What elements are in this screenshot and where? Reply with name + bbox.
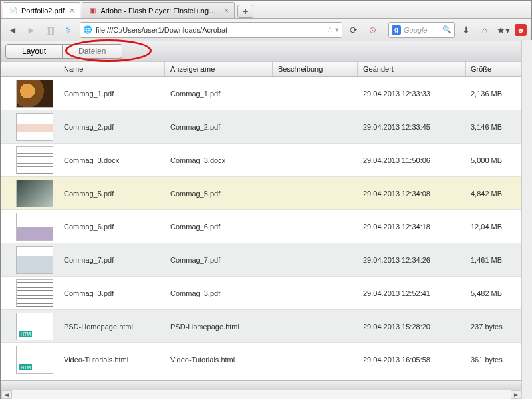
scroll-left-icon[interactable]: ◄ [1,390,12,399]
browser-tab-active[interactable]: 📄 Portfolio2.pdf × [3,2,80,18]
flash-icon: ▣ [88,6,97,15]
downloads-button[interactable]: ⬇ [459,23,473,37]
search-icon[interactable]: 🔍 [442,25,452,34]
cell-name: Commag_3.docx [59,154,165,167]
pdf-icon: 📄 [9,6,18,15]
browser-tab-inactive[interactable]: ▣ Adobe - Flash Player: Einstellungsma..… [82,2,235,18]
healthreport-icon[interactable]: ⚕ [61,23,76,37]
col-modified[interactable]: Geändert [358,62,466,76]
cell-modified: 29.04.2013 12:34:26 [358,253,466,267]
cell-description [273,291,358,296]
thumbnail [16,346,53,374]
thumbnail [16,279,53,307]
cell-modified: 29.04.2013 16:05:58 [358,353,466,366]
table-row[interactable]: Commag_3.pdfCommag_3.pdf29.04.2013 12:52… [1,277,531,310]
cell-name: Commag_3.pdf [59,287,165,300]
new-tab-button[interactable]: + [237,5,253,18]
cell-description [273,257,358,263]
thumbnail [16,313,53,340]
cell-modified: 29.04.2013 12:34:08 [358,187,466,200]
adblock-icon[interactable]: ☻ [515,24,527,36]
browser-tab-bar: 📄 Portfolio2.pdf × ▣ Adobe - Flash Playe… [1,1,531,19]
noscript-icon[interactable]: ⦸ [365,23,380,37]
cell-display: Commag_5.pdf [165,187,273,200]
scroll-track[interactable] [12,390,511,399]
cell-description [273,191,358,196]
close-icon[interactable]: × [224,5,229,15]
browser-toolbar: ◄ ► ▥ ⚕ 🌐 file:///C:/Users/user1/Downloa… [1,19,531,41]
cell-name: Commag_2.pdf [59,120,165,134]
cell-name: Video-Tutorials.html [59,353,165,366]
url-text: file:///C:/Users/user1/Downloads/Acrobat [96,26,227,34]
history-icon[interactable]: ▥ [43,23,57,37]
cell-modified: 29.04.2013 12:33:33 [358,87,466,100]
star-icon[interactable]: ☆ [327,25,333,34]
status-bar [1,380,521,390]
table-row[interactable]: Commag_7.pdfCommag_7.pdf29.04.2013 12:34… [1,243,531,277]
scroll-right-icon[interactable]: ► [511,390,521,399]
cell-description [273,357,358,362]
col-name[interactable]: Name [59,62,165,76]
cell-description [273,224,358,229]
thumbnail [16,146,53,174]
cell-modified: 29.04.2013 15:28:20 [358,320,466,333]
cell-display: Video-Tutorials.html [165,353,273,366]
table-row[interactable]: PSD-Homepage.htmlPSD-Homepage.html29.04.… [1,310,531,343]
tab-layout[interactable]: Layout [5,44,63,59]
col-description[interactable]: Beschreibung [273,62,358,76]
search-placeholder: Google [404,26,427,34]
cell-display: Commag_1.pdf [165,87,273,100]
col-thumb[interactable] [1,62,59,76]
cell-description [273,124,358,130]
url-input[interactable]: 🌐 file:///C:/Users/user1/Downloads/Acrob… [80,22,342,38]
cell-display: PSD-Homepage.html [165,320,273,333]
google-icon: g [392,25,401,35]
cell-modified: 29.04.2013 12:34:18 [358,220,466,233]
table-row[interactable]: Video-Tutorials.htmlVideo-Tutorials.html… [1,343,531,376]
cell-description [273,91,358,96]
tab-files[interactable]: Dateien [63,44,122,59]
cell-modified: 29.04.2013 12:33:45 [358,120,466,134]
search-input[interactable]: g Google 🔍 [388,22,455,38]
cell-name: PSD-Homepage.html [59,320,165,333]
cell-display: Commag_2.pdf [165,120,273,134]
close-icon[interactable]: × [70,5,75,15]
cell-modified: 29.04.2013 11:50:06 [358,154,466,167]
reload-button[interactable]: ⟳ [346,23,361,37]
home-button[interactable]: ⌂ [477,23,492,37]
horizontal-scrollbar[interactable]: ◄ ► [1,390,521,399]
bookmarks-button[interactable]: ★▾ [496,23,511,37]
table-row[interactable]: Commag_3.docxCommag_3.docx29.04.2013 11:… [1,144,531,177]
dropdown-icon[interactable]: ▾ [335,25,339,34]
table-row[interactable]: Commag_5.pdfCommag_5.pdf29.04.2013 12:34… [1,177,531,210]
cell-display: Commag_6.pdf [165,220,273,233]
thumbnail [16,180,53,207]
thumbnail [16,246,53,274]
back-button[interactable]: ◄ [5,23,20,37]
cell-description [273,324,358,329]
table-row[interactable]: Commag_2.pdfCommag_2.pdf29.04.2013 12:33… [1,110,531,144]
cell-display: Commag_3.docx [165,154,273,167]
cell-name: Commag_1.pdf [59,87,165,100]
tab-title: Adobe - Flash Player: Einstellungsma... [100,7,218,15]
cell-display: Commag_3.pdf [165,287,273,300]
globe-icon: 🌐 [83,25,92,34]
cell-name: Commag_5.pdf [59,187,165,200]
thumbnail [16,80,53,108]
thumbnail [16,213,53,241]
tab-title: Portfolio2.pdf [21,7,65,15]
forward-button[interactable]: ► [24,23,39,37]
grid-header: Name Anzeigename Beschreibung Geändert G… [1,61,531,77]
cell-description [273,158,358,163]
cell-display: Commag_7.pdf [165,253,273,267]
cell-name: Commag_7.pdf [59,253,165,267]
vertical-scrollbar[interactable] [521,40,532,399]
col-display[interactable]: Anzeigename [165,62,273,76]
portfolio-tabs: Layout Dateien [1,41,531,61]
thumbnail [16,113,53,141]
table-row[interactable]: Commag_6.pdfCommag_6.pdf29.04.2013 12:34… [1,210,531,243]
cell-name: Commag_6.pdf [59,220,165,233]
table-row[interactable]: Commag_1.pdfCommag_1.pdf29.04.2013 12:33… [1,77,531,110]
file-list: Commag_1.pdfCommag_1.pdf29.04.2013 12:33… [1,77,531,390]
cell-modified: 29.04.2013 12:52:41 [358,287,466,300]
